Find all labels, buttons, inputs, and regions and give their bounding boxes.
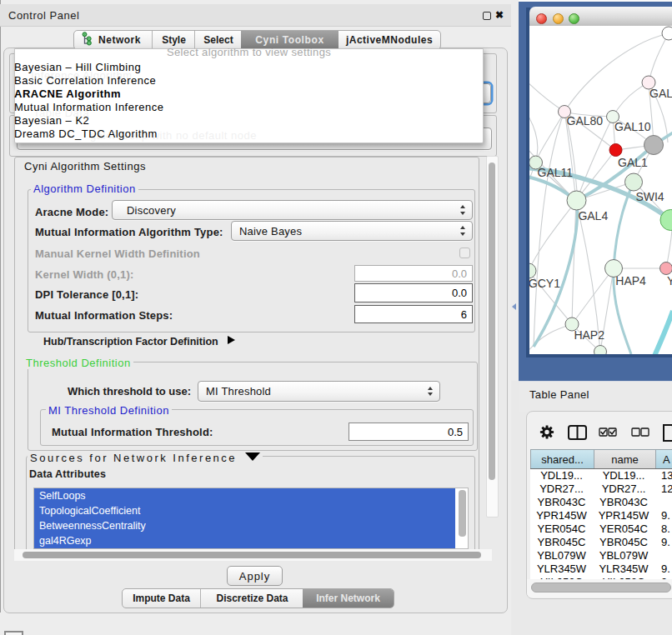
svg-text:HAP2: HAP2 (574, 328, 604, 342)
svg-text:GAL4: GAL4 (578, 209, 608, 222)
svg-text:GAL11: GAL11 (538, 166, 574, 179)
svg-text:GAL1: GAL1 (618, 156, 648, 169)
svg-text:GCY1: GCY1 (529, 277, 560, 290)
svg-text:SWI4: SWI4 (635, 190, 664, 203)
svg-text:GAL: GAL (649, 87, 672, 100)
svg-text:HAP4: HAP4 (615, 274, 646, 288)
svg-text:GAL80: GAL80 (567, 114, 604, 128)
svg-text:Y: Y (667, 274, 672, 288)
svg-text:GAL10: GAL10 (614, 120, 651, 133)
